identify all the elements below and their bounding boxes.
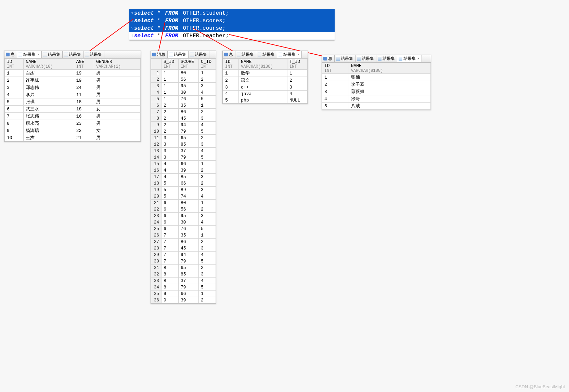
column-header-name[interactable]: NAMEVARCHAR(8188) bbox=[349, 63, 430, 74]
table-row[interactable]: 113652 bbox=[151, 135, 216, 141]
column-header-s_id[interactable]: S_IDINT bbox=[161, 59, 179, 70]
cell[interactable]: 8 bbox=[5, 120, 24, 127]
cell[interactable]: 李兴 bbox=[24, 91, 74, 98]
cell[interactable]: 8 bbox=[161, 265, 179, 271]
tab-resultset[interactable]: 结果集× bbox=[397, 55, 422, 62]
tab-resultset[interactable]: 结果集 bbox=[235, 51, 256, 58]
cell[interactable]: 4 bbox=[198, 89, 216, 96]
cell[interactable]: 94 bbox=[179, 252, 199, 258]
cell[interactable]: 3 bbox=[198, 115, 216, 122]
cell[interactable]: 23 bbox=[74, 120, 94, 127]
cell[interactable]: 1 bbox=[198, 70, 216, 76]
column-header-score[interactable]: SCOREINT bbox=[179, 59, 199, 70]
column-header-c_id[interactable]: C_IDINT bbox=[198, 59, 216, 70]
cell[interactable]: 1 bbox=[198, 102, 216, 109]
cell[interactable]: 86 bbox=[179, 109, 199, 115]
cell[interactable]: 6 bbox=[161, 206, 179, 213]
cell[interactable]: 7 bbox=[161, 239, 179, 245]
tab-message[interactable]: 息 bbox=[223, 51, 235, 58]
cell[interactable]: 95 bbox=[179, 83, 199, 89]
cell[interactable]: 3 bbox=[198, 187, 216, 193]
table-row[interactable]: 3邸志伟24男 bbox=[5, 84, 141, 91]
table-row[interactable]: 10王杰21男 bbox=[5, 134, 141, 141]
table-row[interactable]: 1白杰19男 bbox=[5, 70, 141, 77]
close-icon[interactable]: × bbox=[37, 53, 39, 56]
table-row[interactable]: 359661 bbox=[151, 290, 216, 297]
cell[interactable]: 1 bbox=[287, 70, 308, 77]
cell[interactable]: 2 bbox=[198, 206, 216, 213]
tab-resultset[interactable]: 结果集× bbox=[17, 51, 42, 58]
cell[interactable]: 2 bbox=[161, 109, 179, 115]
table-row[interactable]: 7张志伟16男 bbox=[5, 113, 141, 120]
table-row[interactable]: 246304 bbox=[151, 219, 216, 226]
cell[interactable]: 45 bbox=[179, 245, 199, 252]
cell[interactable]: 7 bbox=[5, 113, 24, 120]
cell[interactable]: 4 bbox=[287, 91, 308, 97]
column-header-name[interactable]: NAMEVARCHAR(8188) bbox=[239, 59, 287, 70]
cell[interactable]: 2 bbox=[198, 167, 216, 174]
table-row[interactable]: 195893 bbox=[151, 187, 216, 193]
cell[interactable]: 1 bbox=[198, 232, 216, 239]
cell[interactable]: 4 bbox=[5, 91, 24, 98]
tab-resultset[interactable]: 结果集 bbox=[256, 51, 277, 58]
cell[interactable]: 16 bbox=[74, 113, 94, 120]
cell[interactable]: 7 bbox=[161, 258, 179, 265]
cell[interactable]: 66 bbox=[179, 290, 199, 297]
sql-line-3[interactable]: 3select * FROM OTHER.course; bbox=[129, 25, 335, 32]
cell[interactable]: 56 bbox=[179, 76, 199, 83]
cell[interactable]: 89 bbox=[179, 187, 199, 193]
cell[interactable]: 18 bbox=[74, 98, 94, 106]
table-row[interactable]: 41304 bbox=[151, 89, 216, 96]
cell[interactable]: 张志伟 bbox=[24, 113, 74, 120]
cell[interactable]: 2 bbox=[198, 239, 216, 245]
sql-line-2[interactable]: 2select * FROM OTHER.scores; bbox=[129, 17, 335, 25]
cell[interactable]: 2 bbox=[198, 109, 216, 115]
cell[interactable]: 5 bbox=[198, 284, 216, 290]
cell[interactable]: 武三水 bbox=[24, 106, 74, 113]
sql-line-1[interactable]: 1select * FROM OTHER.student; bbox=[129, 10, 335, 17]
table-row[interactable]: 51765 bbox=[151, 96, 216, 102]
cell[interactable]: 2 bbox=[198, 76, 216, 83]
cell[interactable]: 4 bbox=[198, 278, 216, 284]
cell[interactable]: 5 bbox=[5, 98, 24, 106]
cell[interactable]: 76 bbox=[179, 96, 199, 102]
cell[interactable]: 39 bbox=[179, 297, 199, 303]
cell[interactable]: 86 bbox=[179, 239, 199, 245]
cell[interactable]: 21 bbox=[74, 134, 94, 141]
cell[interactable]: 3 bbox=[5, 84, 24, 91]
cell[interactable]: 王杰 bbox=[24, 134, 74, 141]
cell[interactable]: 3 bbox=[198, 213, 216, 219]
cell[interactable]: 1 bbox=[322, 74, 349, 81]
tab-resultset[interactable]: 结果集 bbox=[376, 55, 397, 62]
tab-resultset[interactable]: 结果集 bbox=[355, 55, 376, 62]
tab-resultset[interactable]: 结果集 bbox=[63, 51, 83, 58]
cell[interactable]: 76 bbox=[179, 226, 199, 232]
cell[interactable]: 18 bbox=[74, 106, 94, 113]
cell[interactable]: 24 bbox=[74, 84, 94, 91]
column-header-id[interactable]: IDINT bbox=[322, 63, 349, 74]
cell[interactable]: 9 bbox=[161, 290, 179, 297]
tab-message[interactable]: 息 bbox=[322, 55, 335, 62]
cell[interactable]: 85 bbox=[179, 174, 199, 180]
cell[interactable]: 2 bbox=[322, 81, 349, 88]
column-header-t_id[interactable]: T_IDINT bbox=[287, 59, 308, 70]
cell[interactable]: 80 bbox=[179, 70, 199, 76]
cell[interactable]: 2 bbox=[161, 122, 179, 128]
cell[interactable]: java bbox=[239, 91, 287, 97]
cell[interactable]: 5 bbox=[198, 128, 216, 135]
table-row[interactable]: 348795 bbox=[151, 284, 216, 290]
cell[interactable]: 8 bbox=[161, 284, 179, 290]
cell[interactable]: 1 bbox=[161, 83, 179, 89]
cell[interactable]: 6 bbox=[161, 213, 179, 219]
cell[interactable]: 35 bbox=[179, 102, 199, 109]
cell[interactable]: 79 bbox=[179, 284, 199, 290]
table-row[interactable]: 4李兴11男 bbox=[5, 91, 141, 98]
table-row[interactable]: 2连宇栋19男 bbox=[5, 77, 141, 84]
cell[interactable]: 79 bbox=[179, 154, 199, 161]
cell[interactable]: 语文 bbox=[239, 77, 287, 84]
cell[interactable]: 80 bbox=[179, 200, 199, 206]
cell[interactable]: 5 bbox=[161, 180, 179, 187]
cell[interactable]: 3 bbox=[161, 148, 179, 154]
teacher-result-grid[interactable]: IDINTNAMEVARCHAR(8188)1张楠2李子豪3薇薇姐4猴哥5八戒 bbox=[322, 63, 431, 110]
cell[interactable]: 3 bbox=[223, 84, 239, 91]
